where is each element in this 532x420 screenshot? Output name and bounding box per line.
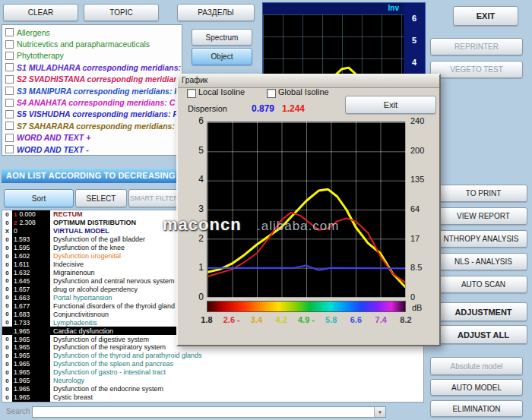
tree-item-label: WORD AND TEXT + (17, 133, 90, 142)
checkbox-icon[interactable] (5, 122, 14, 130)
table-row[interactable]: 01.965Dysfunction of the endocrine syste… (2, 385, 423, 393)
row-check-cell[interactable]: 0 (2, 377, 12, 384)
table-row[interactable]: 01.965Dysfunction of gastro - intestinal… (2, 368, 423, 377)
smart-filter-button[interactable]: SMART FILTER (128, 189, 180, 207)
y-axis-tick-right: 200 (410, 146, 438, 155)
row-name: Indecisive (50, 261, 84, 268)
view-report-button[interactable]: VIEW REPORT (439, 207, 527, 225)
nls-analysis-button[interactable]: NLS - ANALYSIS (439, 253, 527, 270)
tree-item[interactable]: WORD AND TEXT - (4, 144, 182, 155)
row-check-cell[interactable]: 0 (2, 361, 12, 368)
table-row[interactable]: 01.965Neurology (2, 377, 423, 385)
row-check-cell[interactable]: 0 (2, 277, 12, 284)
tree-item[interactable]: S3 MANIPURA corresponding meridians: F +… (4, 85, 182, 96)
absolute-model-button[interactable]: Absolute model (430, 357, 523, 375)
sort-button[interactable]: Sort (4, 189, 74, 207)
tree-item[interactable]: S4 ANAHATA corresponding meridians: C + … (4, 96, 182, 108)
topic-button[interactable]: TOPIC (84, 4, 159, 21)
checkbox-icon[interactable] (5, 28, 14, 36)
to-print-button[interactable]: TO PRINT (439, 185, 527, 202)
checkbox-icon[interactable] (5, 40, 14, 49)
reprinter-button[interactable]: REPRINTER (430, 38, 523, 55)
tree-item[interactable]: Phytotherapy (4, 50, 182, 62)
row-name: OPTIMUM DISTRIBUTION (50, 219, 136, 226)
row-check-cell[interactable]: 0 (2, 394, 12, 401)
y-axis-tick-left: 3 (185, 204, 204, 214)
tree-item[interactable]: S2 SVADHISTANA corresponding meridians: … (4, 74, 182, 85)
row-check-cell[interactable]: 0 (2, 319, 12, 326)
tree-item-label: S1 MULADHARA corresponding meridians: RP… (17, 63, 182, 72)
row-check-cell[interactable]: 0 (2, 294, 12, 301)
tree-item[interactable]: S7 SAHARARA corresponding meridians: VC … (4, 120, 182, 131)
table-row[interactable]: 01.965Cystic breast (2, 393, 423, 402)
row-check-cell[interactable]: 0 (2, 270, 12, 276)
tree-item[interactable]: S5 VISHUDHA corresponding meridians: P +… (4, 109, 182, 120)
row-name: Cystic breast (50, 393, 93, 401)
row-check-cell[interactable]: X (2, 228, 12, 235)
tree-item[interactable]: WORD AND TEXT + (4, 132, 182, 144)
search-combobox[interactable]: ▼ (32, 406, 386, 418)
select-button[interactable]: SELECT (75, 189, 127, 207)
table-row[interactable]: 01.965Dysfunction of the thyroid and par… (2, 352, 423, 360)
row-check-cell[interactable]: 0 (2, 286, 12, 292)
checkbox-icon[interactable] (5, 110, 14, 118)
y-axis-tick-right: 8.5 (410, 263, 438, 272)
table-row[interactable]: 01.965Dysfunction of the spleen and panc… (2, 360, 423, 368)
row-name: Dysfunction of the respiratory system (50, 343, 166, 351)
row-check-cell[interactable]: 0 (2, 236, 12, 243)
clear-button[interactable]: CLEAR (3, 4, 78, 21)
adjustment-button[interactable]: ADJUSTMENT (439, 302, 527, 321)
elimination-button[interactable]: ELIMINATION (430, 400, 523, 417)
row-value: 1.645 (14, 277, 30, 285)
spectrum-button[interactable]: Spectrum (192, 29, 252, 46)
dropdown-arrow-icon[interactable]: ▼ (374, 407, 385, 417)
row-check-cell[interactable]: 0 (2, 344, 12, 351)
row-value: 1.965 (14, 368, 30, 376)
row-check-cell[interactable]: 0 (2, 211, 12, 218)
row-check-cell[interactable]: 0 (2, 369, 12, 376)
vegeto-test-button[interactable]: VEGETO TEST (430, 61, 523, 78)
row-check-cell[interactable]: 0 (2, 352, 12, 359)
x-axis-tick: 4.2 (268, 315, 294, 324)
tree-item-label: S7 SAHARARA corresponding meridians: VC … (17, 122, 182, 131)
global-isoline-checkbox[interactable] (267, 89, 276, 98)
row-value-cell: 1.965 (12, 352, 50, 360)
row-value-cell: 1.611 (12, 261, 50, 269)
row-value-cell: 1.733 (12, 318, 50, 327)
checkbox-icon[interactable] (5, 134, 14, 142)
tree-item[interactable]: Nutricevtics and parapharmaceuticals (4, 38, 182, 49)
row-check-cell[interactable]: 0 (2, 253, 12, 260)
checkbox-icon[interactable] (5, 75, 14, 84)
exit-button[interactable]: EXIT (453, 6, 518, 26)
row-check-cell[interactable]: 0 (2, 336, 12, 343)
tree-item-label: S2 SVADHISTANA corresponding meridians: … (17, 74, 182, 84)
row-check-cell[interactable]: 0 (2, 219, 12, 226)
row-check-cell[interactable]: 0 (2, 386, 12, 393)
search-input[interactable] (33, 407, 376, 417)
scale-label: 5 (404, 36, 425, 45)
dialog-exit-button[interactable]: Exit (345, 96, 436, 114)
checkbox-icon[interactable] (5, 145, 14, 153)
row-name: Dysfunction urogenital (50, 252, 121, 260)
sections-button[interactable]: РАЗДЕЛЫ (177, 4, 255, 21)
checkbox-icon[interactable] (5, 87, 14, 95)
tree-item[interactable]: Allergens (4, 27, 182, 38)
checkbox-icon[interactable] (5, 52, 14, 60)
row-check-cell[interactable]: 0 (2, 302, 12, 309)
auto-scan-button[interactable]: AUTO SCAN (439, 276, 527, 293)
row-check-cell[interactable]: 0 (2, 311, 12, 317)
tree-item-label: S4 ANAHATA corresponding meridians: C + … (17, 98, 182, 107)
local-isoline-checkbox[interactable] (187, 89, 196, 98)
checkbox-icon[interactable] (5, 63, 14, 71)
auto-model-button[interactable]: AUTO MODEL (430, 379, 523, 396)
row-check-cell[interactable]: 0 (2, 245, 12, 251)
object-button[interactable]: Object (192, 48, 252, 65)
enthropy-analysis-button[interactable]: NTHROPY ANALYSIS (435, 230, 527, 248)
dialog-titlebar[interactable]: График (178, 75, 439, 88)
checkbox-icon[interactable] (5, 99, 14, 107)
row-value: 1.965 (14, 352, 30, 359)
tree-item[interactable]: S1 MULADHARA corresponding meridians: RP… (4, 62, 182, 73)
row-check-cell[interactable]: 0 (2, 261, 12, 268)
row-value: 1.733 (14, 319, 30, 327)
adjust-all-button[interactable]: ADJUST ALL (439, 325, 527, 344)
